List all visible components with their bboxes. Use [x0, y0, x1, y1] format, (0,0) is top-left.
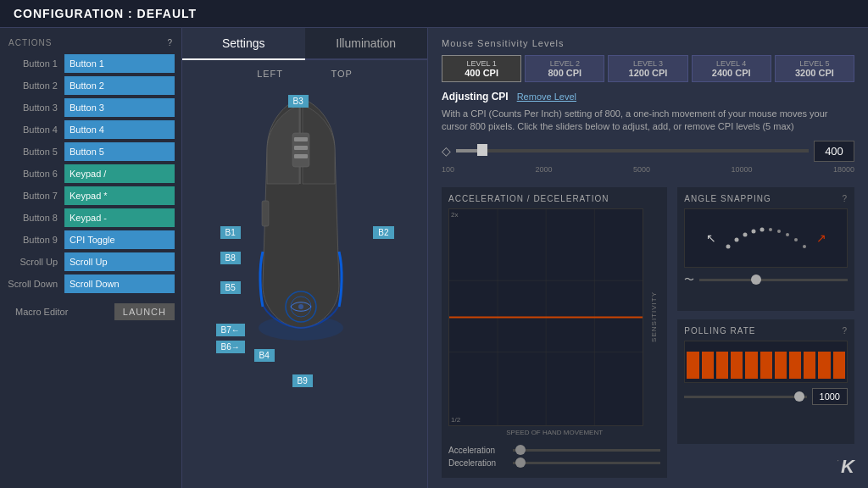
graph-x-label: SPEED OF HAND MOVEMENT — [448, 429, 660, 436]
angle-help-icon[interactable]: ? — [842, 194, 848, 203]
title-bar: CONFIGURATION : DEFAULT — [0, 0, 868, 28]
mouse-button-b7[interactable]: B7← — [216, 324, 245, 336]
angle-slider[interactable] — [699, 279, 848, 281]
help-icon[interactable]: ? — [167, 38, 173, 47]
button-label: Button 4 — [7, 125, 64, 135]
mouse-button-b4[interactable]: B4 — [254, 349, 275, 362]
deceleration-row: Deceleration — [448, 458, 660, 468]
remove-level-link[interactable]: Remove Level — [517, 92, 576, 102]
action-row: Scroll Up Scroll Up — [0, 251, 181, 273]
svg-point-23 — [786, 233, 789, 236]
mouse-button-b3[interactable]: B3 — [288, 95, 309, 108]
action-row: Button 8 Keypad - — [0, 207, 181, 229]
polling-bar — [804, 352, 815, 379]
button-action-4[interactable]: Button 5 — [64, 142, 175, 161]
logo-dots: · — [837, 456, 839, 465]
svg-point-22 — [777, 230, 781, 233]
button-action-5[interactable]: Keypad / — [64, 164, 175, 183]
svg-point-20 — [760, 227, 764, 231]
tab-illumination[interactable]: Illumination — [305, 28, 428, 58]
polling-graph — [684, 341, 848, 383]
cpi-level-1[interactable]: LEVEL 1 400 CPI — [442, 55, 521, 82]
action-row: Button 5 Button 5 — [0, 141, 181, 163]
mouse-button-b2[interactable]: B2 — [373, 226, 393, 239]
button-label: Button 3 — [7, 103, 64, 113]
acceleration-row: Acceleration — [448, 446, 660, 455]
app-container: CONFIGURATION : DEFAULT ACTIONS ? Button… — [0, 0, 868, 488]
angle-dots-svg — [720, 221, 813, 255]
deceleration-slider[interactable] — [513, 462, 660, 464]
cpi-value-display: 400 — [814, 141, 854, 162]
acceleration-slider[interactable] — [513, 449, 660, 452]
mouse-button-b9[interactable]: B9 — [292, 374, 313, 387]
logo-area: · K — [677, 452, 854, 478]
app-title: CONFIGURATION : DEFAULT — [14, 7, 197, 20]
action-row: Button 1 Button 1 — [0, 53, 181, 75]
svg-point-25 — [803, 245, 806, 248]
polling-bar — [687, 352, 698, 379]
mouse-button-b5[interactable]: B5 — [220, 281, 241, 294]
lower-panels: ACCELERATION / DECELERATION — [442, 187, 854, 478]
button-action-6[interactable]: Keypad * — [64, 186, 175, 205]
button-label: Scroll Down — [7, 279, 64, 289]
launch-button[interactable]: LAUNCH — [114, 303, 175, 320]
logo-k: K — [841, 456, 854, 478]
svg-rect-3 — [294, 137, 308, 141]
tab-settings[interactable]: Settings — [182, 28, 305, 60]
accel-title: ACCELERATION / DECELERATION — [448, 194, 660, 203]
adjusting-row: Adjusting CPI Remove Level — [442, 91, 854, 103]
macro-row: Macro Editor LAUNCH — [0, 298, 181, 325]
wave-icon: 〜 — [684, 273, 694, 287]
sensitivity-title: Mouse Sensitivity Levels — [442, 38, 854, 48]
mouse-button-b1[interactable]: B1 — [220, 226, 241, 239]
cursor-right-icon: ↗ — [816, 231, 826, 245]
svg-rect-4 — [294, 146, 308, 150]
polling-bar — [789, 352, 801, 379]
right-panel: Mouse Sensitivity Levels LEVEL 1 400 CPI… — [428, 28, 868, 488]
button-action-0[interactable]: Button 1 — [64, 54, 175, 73]
macro-label: Macro Editor — [7, 307, 114, 317]
sensitivity-label: SENSITIVITY — [650, 291, 658, 342]
cpi-level-4[interactable]: LEVEL 4 2400 CPI — [692, 55, 771, 82]
svg-rect-6 — [262, 201, 269, 226]
accel-panel: ACCELERATION / DECELERATION — [442, 187, 667, 478]
action-row: Scroll Down Scroll Down — [0, 273, 181, 295]
svg-rect-5 — [294, 154, 308, 158]
polling-bar — [702, 352, 714, 379]
svg-point-19 — [751, 229, 755, 233]
polling-bar — [775, 352, 787, 379]
button-action-10[interactable]: Scroll Down — [64, 274, 175, 293]
polling-rate-title: POLLING RATE ? — [684, 326, 848, 336]
polling-bar — [716, 352, 728, 379]
mouse-diagram: B3 B1 B2 B8 B5 B7← B6→ B4 B9 — [208, 82, 403, 404]
angle-display: ↖ — [684, 208, 848, 268]
left-panel: ACTIONS ? Button 1 Button 1 Button 2 But… — [0, 28, 182, 488]
polling-bars — [685, 341, 847, 382]
cpi-description: With a CPI (Counts Per Inch) setting of … — [442, 108, 854, 134]
polling-help-icon[interactable]: ? — [842, 326, 848, 336]
polling-bar — [760, 352, 772, 379]
mouse-button-b6[interactable]: B6→ — [216, 341, 245, 353]
cpi-level-5[interactable]: LEVEL 5 3200 CPI — [775, 55, 854, 82]
svg-point-18 — [743, 232, 747, 236]
button-action-3[interactable]: Button 4 — [64, 120, 175, 139]
svg-point-21 — [769, 228, 772, 231]
polling-slider[interactable] — [684, 396, 806, 398]
button-action-7[interactable]: Keypad - — [64, 208, 175, 227]
action-row: Button 9 CPI Toggle — [0, 229, 181, 251]
button-action-2[interactable]: Button 3 — [64, 98, 175, 117]
mouse-button-b8[interactable]: B8 — [220, 252, 241, 264]
cpi-level-3[interactable]: LEVEL 3 1200 CPI — [608, 55, 687, 82]
mouse-svg — [242, 82, 360, 353]
actions-label: ACTIONS ? — [0, 35, 181, 53]
cpi-slider[interactable] — [456, 149, 809, 152]
cpi-level-2[interactable]: LEVEL 2 800 CPI — [525, 55, 604, 82]
graph-y-top: 2x — [451, 211, 458, 219]
button-label: Button 2 — [7, 80, 64, 91]
svg-point-9 — [298, 304, 303, 309]
button-action-8[interactable]: CPI Toggle — [64, 230, 175, 249]
button-action-1[interactable]: Button 2 — [64, 76, 175, 95]
button-action-9[interactable]: Scroll Up — [64, 252, 175, 271]
polling-bar — [833, 352, 845, 379]
diamond-icon: ◇ — [442, 144, 451, 158]
